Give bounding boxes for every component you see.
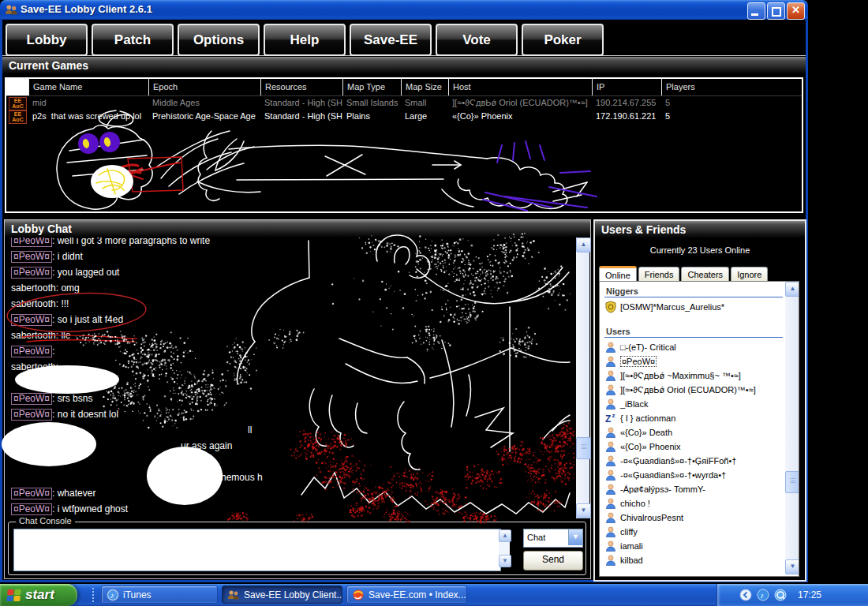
user-list-item[interactable]: chicho ! <box>603 496 788 511</box>
chat-message-list: ¤PeoW¤: well i got 3 more paragraphs to … <box>11 238 568 520</box>
user-list-item[interactable]: Zz{ I } actionman <box>603 411 788 425</box>
person-icon <box>604 497 617 510</box>
chat-scrollbar[interactable]: ▲ ☰ ▼ <box>576 238 589 518</box>
scroll-thumb[interactable]: ☰ <box>785 471 799 493</box>
user-list-item[interactable]: □-(eT)- Critical <box>603 340 788 354</box>
user-list-item[interactable]: -¤«Ģuаяdіаnŝ»¤-†•ĢяіFFоñ•† <box>603 454 788 468</box>
game-cell-resources: Standard - High (SH) <box>260 110 342 124</box>
start-label: start <box>25 587 54 603</box>
chat-username: ¤PeoW¤ <box>11 267 52 279</box>
user-list-item[interactable]: -¤«Ģuаяdіаnŝ»¤-†•wyrdа•† <box>603 468 788 482</box>
column-header: Epoch <box>148 79 260 95</box>
users-friends-header: Users & Friends <box>595 221 805 238</box>
game-cell-players: 5 <box>661 110 709 124</box>
game-row[interactable]: EEAoCp2s that was screwed up lolPrehisto… <box>6 110 802 123</box>
chat-message: sabertooth: !!! <box>11 296 568 312</box>
clock: 17:25 <box>798 589 821 600</box>
chat-console-legend: Chat Console <box>16 516 75 526</box>
user-list-item[interactable]: «{Co}» Phoenix <box>603 440 788 454</box>
scroll-down-icon[interactable]: ▼ <box>499 555 511 567</box>
chat-message: ¤PeoW¤: you lagged out <box>11 264 568 280</box>
taskbar-button-savee[interactable]: Save-EE Lobby Client... <box>222 585 342 604</box>
minimize-button[interactable] <box>747 2 765 20</box>
online-count: Currently 23 Users Online <box>595 245 805 255</box>
user-list-item[interactable]: kilbad <box>603 553 788 567</box>
svg-text:♪: ♪ <box>760 591 764 600</box>
app-window: Save-EE Lobby Client 2.6.1 ✕ LobbyPatchO… <box>0 0 808 582</box>
itunes-tray-icon[interactable]: ♪ <box>757 589 769 601</box>
chat-text: r blasphemous h <box>193 472 263 483</box>
game-cell-map_size: Small <box>401 96 448 110</box>
restore-button[interactable] <box>767 2 785 20</box>
user-list-scrollbar[interactable]: ▲ ☰ ▼ <box>785 282 799 574</box>
person-icon <box>604 341 617 354</box>
person-icon <box>604 369 617 382</box>
app-icon <box>5 3 18 17</box>
collapse-chevron-icon[interactable] <box>739 589 752 601</box>
nav-button-help[interactable]: Help <box>264 24 346 56</box>
group-underline <box>604 337 783 338</box>
scroll-up-icon[interactable]: ▲ <box>785 282 799 297</box>
taskbar-button-itunes[interactable]: ♪iTunes <box>101 585 218 604</box>
game-cell-players: 5 <box>661 96 709 110</box>
nav-button-patch[interactable]: Patch <box>92 24 174 56</box>
game-type-cell: EEAoC <box>6 96 28 110</box>
user-name: cliffy <box>620 527 638 537</box>
user-list-item[interactable]: -Ápø¢аłýpsэ- TommY- <box>603 482 788 496</box>
chat-username: ¤PeoW¤ <box>11 503 52 515</box>
tab-online[interactable]: Online <box>599 266 637 282</box>
user-list-item[interactable]: ¤PeoW¤ <box>603 354 788 368</box>
quicktime-tray-icon[interactable] <box>774 589 787 601</box>
scroll-down-icon[interactable]: ▼ <box>785 559 799 574</box>
user-list-item[interactable]: «{Co}» Death <box>603 425 788 440</box>
column-header: Map Type <box>342 79 401 95</box>
chevron-down-icon[interactable]: ▼ <box>568 529 582 545</box>
scroll-down-icon[interactable]: ▼ <box>576 503 591 518</box>
nav-button-saveee[interactable]: Save-EE <box>350 24 432 56</box>
user-list-item[interactable]: ][≈•ϑϚдвЬǿ ~Мaximmu§~ ™•≈] <box>603 368 788 383</box>
user-list-item[interactable]: _iBlack <box>603 397 788 411</box>
user-list-item[interactable]: cliffy <box>603 525 788 539</box>
close-icon: ✕ <box>788 4 804 16</box>
input-scrollbar[interactable]: ▲ ▼ <box>499 529 510 567</box>
game-type-cell: EEAoC <box>6 110 28 124</box>
game-cell-ip: 172.190.61.221 <box>592 110 661 124</box>
taskbar-button-browser[interactable]: Save-EE.com • Index... <box>346 585 467 604</box>
chat-input[interactable] <box>13 529 501 571</box>
chat-message: ¤PeoW¤: i didnt <box>11 249 568 264</box>
close-button[interactable]: ✕ <box>787 2 805 20</box>
shield-icon <box>604 301 617 313</box>
chat-username: sabertooth: <box>11 330 61 341</box>
chat-message: ¤PeoW¤: <box>11 343 568 359</box>
svg-text:Z: Z <box>605 413 611 425</box>
nav-button-lobby[interactable]: Lobby <box>6 24 88 56</box>
chat-message: ¤PeoW¤: well i got 3 more paragraphs to … <box>11 238 568 249</box>
user-list-item[interactable]: ChivalrousPesnt <box>603 511 788 525</box>
user-name: ][≈•ϑϚдвЬǿ ~Мaximmu§~ ™•≈] <box>620 371 741 380</box>
user-list-item[interactable]: ][≈•ϑϚдвЬǿ Oriol (ECUADOR)™•≈] <box>603 383 788 397</box>
taskbar-button-label: Save-EE.com • Index... <box>369 589 466 600</box>
start-button[interactable]: start <box>0 584 77 606</box>
window-title: Save-EE Lobby Client 2.6.1 <box>21 3 152 15</box>
quick-launch-separator[interactable] <box>92 588 94 602</box>
scroll-up-icon[interactable]: ▲ <box>499 529 511 542</box>
games-table-header: Game NameEpochResourcesMap TypeMap SizeH… <box>6 79 802 96</box>
nav-button-poker[interactable]: Poker <box>522 24 604 56</box>
chat-message: ¤PeoW¤: no it doesnt lol <box>11 406 568 422</box>
column-header: Game Name <box>28 79 148 95</box>
game-row[interactable]: EEAoCmidMiddle AgesStandard - High (SH)S… <box>6 96 802 110</box>
tab-cheaters[interactable]: Cheaters <box>681 267 729 281</box>
send-button[interactable]: Send <box>523 551 583 570</box>
person-icon <box>604 426 617 439</box>
user-list-item[interactable]: iamali <box>603 539 788 553</box>
scroll-thumb[interactable]: ☰ <box>576 437 591 459</box>
chat-text: ll <box>248 425 252 436</box>
user-list-item[interactable]: [OSMW]*Marcus_Aurelius* <box>603 300 788 314</box>
channel-select[interactable]: Chat ▼ <box>523 529 583 548</box>
minimize-icon <box>751 13 758 16</box>
scroll-up-icon[interactable]: ▲ <box>576 238 591 252</box>
tab-friends[interactable]: Friends <box>638 267 680 281</box>
nav-button-vote[interactable]: Vote <box>436 24 518 56</box>
tab-ignore[interactable]: Ignore <box>731 267 768 281</box>
nav-button-options[interactable]: Options <box>178 24 260 56</box>
